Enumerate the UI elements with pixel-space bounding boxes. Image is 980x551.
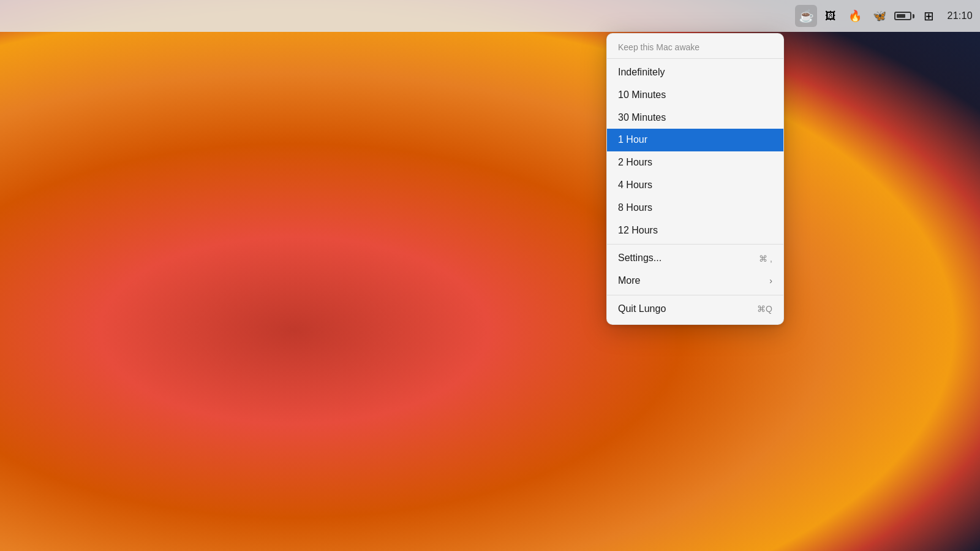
menu-item-more-label: More xyxy=(618,275,640,287)
lungo-dropdown-menu: Keep this Mac awake Indefinitely 10 Minu… xyxy=(606,33,784,325)
menu-item-10-minutes[interactable]: 10 Minutes xyxy=(607,84,783,107)
menu-item-4-hours-label: 4 Hours xyxy=(618,179,652,192)
menu-item-indefinitely[interactable]: Indefinitely xyxy=(607,61,783,84)
menu-item-30-minutes[interactable]: 30 Minutes xyxy=(607,107,783,129)
menu-item-1-hour-label: 1 Hour xyxy=(618,134,647,146)
menu-divider-bottom xyxy=(607,295,783,295)
menu-item-settings-label: Settings... xyxy=(618,252,662,265)
menu-item-quit-label: Quit Lungo xyxy=(618,303,666,316)
desktop-background xyxy=(0,0,980,551)
battery-menubar-icon[interactable] xyxy=(893,5,915,27)
menu-item-12-hours[interactable]: 12 Hours xyxy=(607,219,783,242)
lungo-menubar-icon[interactable]: ☕ xyxy=(795,5,817,27)
menubar-right-icons: ☕ 🖼 🔥 🦋 ⊞ 21:10 xyxy=(795,5,973,27)
menu-item-quit[interactable]: Quit Lungo ⌘Q xyxy=(607,298,783,321)
menu-header: Keep this Mac awake xyxy=(607,37,783,56)
menubar-clock: 21:10 xyxy=(947,10,973,21)
menu-item-12-hours-label: 12 Hours xyxy=(618,224,658,237)
image-menubar-icon[interactable]: 🖼 xyxy=(820,5,842,27)
battery-fill xyxy=(897,14,905,18)
coffee-icon: ☕ xyxy=(799,9,814,23)
photo-icon: 🖼 xyxy=(825,10,836,23)
menu-divider-top xyxy=(607,58,783,59)
fire-icon: 🔥 xyxy=(848,9,862,23)
menu-item-4-hours[interactable]: 4 Hours xyxy=(607,174,783,197)
menu-item-more[interactable]: More › xyxy=(607,270,783,292)
battery-body xyxy=(894,12,911,20)
menu-item-8-hours-label: 8 Hours xyxy=(618,202,652,215)
battery-display xyxy=(894,12,914,20)
quit-shortcut: ⌘Q xyxy=(757,303,772,314)
butterfly-icon: 🦋 xyxy=(873,9,886,23)
menu-divider-middle xyxy=(607,244,783,245)
settings-shortcut: ⌘ , xyxy=(759,253,772,264)
menu-item-indefinitely-label: Indefinitely xyxy=(618,66,665,79)
controlcenter-icon: ⊞ xyxy=(924,9,934,23)
battery-tip xyxy=(913,14,914,18)
menu-item-8-hours[interactable]: 8 Hours xyxy=(607,197,783,219)
controlcenter-menubar-icon[interactable]: ⊞ xyxy=(918,5,940,27)
menubar: ☕ 🖼 🔥 🦋 ⊞ 21:10 xyxy=(0,0,980,32)
flame-menubar-icon[interactable]: 🔥 xyxy=(844,5,866,27)
menu-item-settings[interactable]: Settings... ⌘ , xyxy=(607,247,783,270)
menu-item-2-hours[interactable]: 2 Hours xyxy=(607,151,783,174)
menu-item-30-minutes-label: 30 Minutes xyxy=(618,112,666,124)
menu-item-2-hours-label: 2 Hours xyxy=(618,156,652,169)
more-chevron-icon: › xyxy=(769,275,772,286)
menu-item-1-hour[interactable]: 1 Hour xyxy=(607,129,783,151)
butterfly-menubar-icon[interactable]: 🦋 xyxy=(869,5,891,27)
menu-item-10-minutes-label: 10 Minutes xyxy=(618,89,666,102)
